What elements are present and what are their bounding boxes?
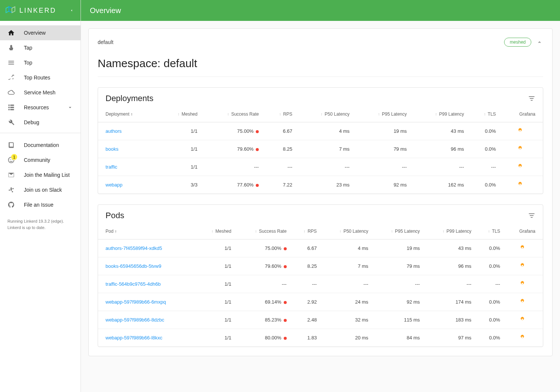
column-header[interactable]: ↑ Success Rate [202,106,264,122]
nav-primary: Overview Tap Top Top Routes Service Mesh… [0,21,81,130]
pods-card: Pods Pod ↑↑ Meshed↑ Success Rate↑ RPS↑ P… [98,204,543,347]
deployments-title: Deployments [106,94,528,103]
mail-icon [7,171,15,179]
nav-label: Top [24,60,32,66]
nav-item-overview[interactable]: Overview [0,25,81,40]
grafana-icon[interactable] [519,334,525,340]
nav-item-file-issue[interactable]: File an Issue [0,197,81,212]
svg-point-11 [522,319,523,320]
nav-item-community[interactable]: 1 Community [0,153,81,167]
nav-item-top[interactable]: Top [0,55,81,70]
tap-icon [7,44,15,51]
nav-label: Debug [24,119,39,125]
nav-label: Join us on Slack [24,187,62,193]
resource-link[interactable]: books-65945656db-5tvw9 [106,263,161,269]
grafana-icon[interactable] [519,280,525,286]
column-header[interactable]: ↑ TLS [476,223,504,239]
nav-label: Top Routes [24,75,50,81]
sidebar-footer: Running Linkerd 19.3.2 (edge). Linkerd i… [0,212,81,236]
nav-item-debug[interactable]: Debug [0,115,81,130]
sidebar-header: LINKERD [0,0,81,21]
resource-link[interactable]: authors [106,128,122,134]
status-dot-icon [256,148,259,151]
grafana-icon[interactable] [519,245,525,251]
collapse-panel-button[interactable] [536,38,543,46]
resource-link[interactable]: webapp-597f989b66-8dzbc [106,317,164,323]
topbar: Overview [81,0,560,21]
grid-icon [7,104,15,111]
svg-point-3 [519,130,521,131]
table-row: traffic1/1------------------ [98,158,543,176]
table-row: authors1/175.00%6.674 ms19 ms43 ms0.0% [98,122,543,140]
version-line: Running Linkerd 19.3.2 (edge). [7,218,73,225]
column-header[interactable]: Grafana [504,223,543,239]
svg-point-5 [519,166,521,167]
deployments-table: Deployment ↑↑ Meshed↑ Success Rate↑ RPS↑… [98,106,543,194]
cloud-icon [7,89,15,96]
nav-item-service-mesh[interactable]: Service Mesh [0,85,81,100]
column-header[interactable]: ↑ Meshed [158,106,202,122]
column-header[interactable]: ↑ P50 Latency [321,223,373,239]
home-icon [7,29,15,37]
namespace-panel: default meshed Namespace: default Deploy… [88,28,553,356]
resource-link[interactable]: webapp-597f989b66-l8kxc [106,335,163,341]
column-header[interactable]: Deployment ↑ [98,106,158,122]
nav-label: Join the Mailing List [24,172,70,178]
column-header[interactable]: ↑ P50 Latency [297,106,354,122]
svg-point-8 [522,265,523,266]
column-header[interactable]: ↑ P99 Latency [411,106,468,122]
column-header[interactable]: ↑ P95 Latency [354,106,411,122]
nav-item-tap[interactable]: Tap [0,40,81,55]
page-title: Overview [90,6,121,15]
table-row: books-65945656db-5tvw91/179.60%8.257 ms7… [98,257,543,275]
filter-button[interactable] [528,212,535,219]
column-header[interactable]: ↑ RPS [291,223,321,239]
column-header[interactable]: ↑ P99 Latency [424,223,476,239]
nav-item-top-routes[interactable]: Top Routes [0,70,81,85]
pods-table: Pod ↑↑ Meshed↑ Success Rate↑ RPS↑ P50 La… [98,223,543,346]
slack-icon [7,186,15,194]
deployments-card: Deployments Deployment ↑↑ Meshed↑ Succes… [98,87,543,194]
status-dot-icon [284,337,287,340]
resource-link[interactable]: books [106,146,119,152]
status-dot-icon [284,301,287,304]
grafana-icon[interactable] [519,263,525,269]
svg-point-6 [519,184,521,185]
resource-link[interactable]: traffic-564b9c9765-4dh6b [106,281,161,287]
nav-label: Overview [24,30,45,36]
grafana-icon[interactable] [519,298,525,304]
column-header[interactable]: ↑ RPS [263,106,297,122]
status-dot-icon [284,247,287,250]
column-header[interactable]: Pod ↑ [98,223,196,239]
sidebar-collapse-button[interactable] [67,6,76,15]
github-icon [7,201,15,208]
status-dot-icon [284,319,287,322]
status-line: Linkerd is up to date. [7,225,73,231]
resource-link[interactable]: webapp [106,182,123,188]
resource-link[interactable]: webapp-597f989b66-6mxpq [106,299,166,305]
list-icon [7,59,15,66]
grafana-icon[interactable] [519,316,525,322]
column-header[interactable]: ↑ Success Rate [236,223,291,239]
nav-item-resources[interactable]: Resources [0,100,81,115]
column-header[interactable]: ↑ TLS [469,106,501,122]
filter-button[interactable] [528,95,535,102]
grafana-icon[interactable] [517,181,523,187]
column-header[interactable]: ↑ Meshed [196,223,236,239]
table-row: webapp-597f989b66-8dzbc1/185.23%2.4832 m… [98,311,543,329]
breadcrumb: default [98,39,500,45]
grafana-icon[interactable] [517,128,523,134]
grafana-icon[interactable] [517,145,523,151]
resource-link[interactable]: authors-7f45589f94-xdkd5 [106,245,162,251]
nav-divider [0,133,81,133]
sidebar: LINKERD Overview Tap Top Top Routes [0,0,81,392]
column-header[interactable]: ↑ P95 Latency [373,223,424,239]
grafana-icon[interactable] [517,163,523,169]
nav-item-mailing-list[interactable]: Join the Mailing List [0,167,81,182]
logo-text: LINKERD [19,7,56,15]
logo[interactable]: LINKERD [4,4,67,16]
resource-link[interactable]: traffic [106,164,117,170]
nav-item-slack[interactable]: Join us on Slack [0,182,81,197]
column-header[interactable]: Grafana [500,106,543,122]
nav-item-documentation[interactable]: Documentation [0,138,81,153]
